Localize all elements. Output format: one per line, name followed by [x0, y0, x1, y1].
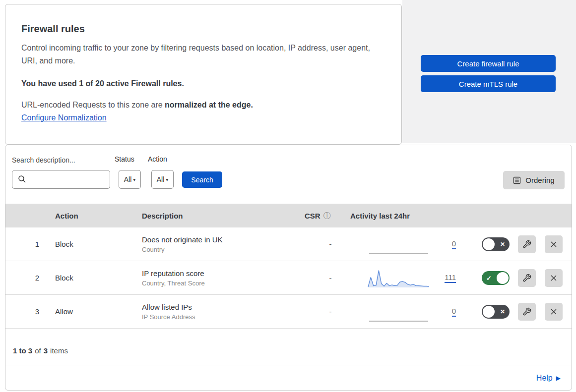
rule-description: Does not originate in UK [142, 235, 298, 244]
normalization-text: URL-encoded Requests to this zone are [21, 101, 165, 109]
activity-sparkline [368, 301, 430, 323]
rule-description-cell: IP reputation score Country, Threat Scor… [142, 269, 298, 287]
edit-rule-button[interactable] [518, 303, 536, 321]
action-filter-dropdown[interactable]: All ▾ [151, 170, 174, 189]
cross-icon: ✕ [500, 308, 505, 315]
search-input[interactable] [12, 170, 110, 189]
action-filter-label: Action [148, 155, 167, 163]
rule-activity-cell: 0 [343, 301, 467, 323]
wrench-icon [522, 274, 531, 282]
activity-count-link[interactable]: 0 [452, 307, 456, 317]
description-column-header: Description [142, 212, 298, 220]
rule-enabled-toggle[interactable]: ✓ ✕ [482, 271, 510, 285]
rules-list-card: Search description... Status Action All … [5, 145, 572, 391]
firewall-rules-page: Firewall rules Control incoming traffic … [0, 0, 576, 392]
search-description-label: Search description... [12, 156, 75, 164]
rule-action: Allow [50, 307, 142, 316]
actions-panel: Create firewall rule Create mTLS rule [402, 0, 576, 143]
table-row: 1 Block Does not originate in UK Country… [5, 227, 572, 261]
status-filter-label: Status [115, 155, 134, 163]
help-bar: Help ▶ [5, 366, 572, 390]
toggle-knob [483, 306, 495, 318]
activity-sparkline [368, 233, 430, 255]
table-row: 2 Block IP reputation score Country, Thr… [5, 261, 572, 295]
activity-count-link[interactable]: 0 [452, 239, 456, 249]
status-filter-value: All [124, 175, 132, 183]
intro-card: Firewall rules Control incoming traffic … [5, 4, 402, 145]
status-filter-dropdown[interactable]: All ▾ [119, 170, 141, 189]
help-label: Help [536, 374, 553, 383]
table-header-row: Action Description CSR ⓘ Activity last 2… [5, 204, 572, 227]
rule-criteria: Country, Threat Score [142, 280, 298, 287]
create-firewall-rule-button[interactable]: Create firewall rule [421, 55, 556, 72]
table-row: 3 Allow Allow listed IPs IP Source Addre… [5, 295, 572, 329]
rule-csr-value: - [298, 274, 343, 282]
items-total: 3 [44, 346, 48, 355]
search-button[interactable]: Search [182, 171, 222, 188]
edit-rule-button[interactable] [518, 269, 536, 287]
rule-activity-cell: 111 [343, 267, 467, 289]
items-word: items [50, 346, 68, 355]
activity-count-link[interactable]: 111 [445, 273, 456, 283]
items-of: of [35, 346, 41, 355]
activity-column-header: Activity last 24hr [343, 212, 467, 220]
rule-controls-cell: ✓ ✕ [467, 303, 572, 321]
rule-csr-value: - [298, 240, 343, 248]
rule-action: Block [50, 240, 142, 248]
normalization-bold-text: normalized at the edge. [165, 101, 253, 109]
check-icon: ✓ [486, 274, 492, 281]
create-mtls-rule-button[interactable]: Create mTLS rule [421, 75, 556, 92]
filter-bar: Search description... Status Action All … [5, 145, 572, 204]
rule-criteria: Country [142, 246, 298, 253]
chevron-down-icon: ▾ [133, 177, 135, 182]
ordering-button[interactable]: Ordering [503, 171, 565, 189]
search-field-wrap [12, 170, 110, 189]
close-icon [549, 274, 558, 282]
rule-controls-cell: ✓ ✕ [467, 235, 572, 253]
rule-enabled-toggle[interactable]: ✓ ✕ [482, 305, 510, 319]
delete-rule-button[interactable] [545, 303, 563, 321]
action-filter-value: All [157, 175, 165, 183]
action-column-header: Action [50, 212, 142, 220]
rule-controls-cell: ✓ ✕ [467, 269, 572, 287]
page-description: Control incoming traffic to your zone by… [21, 42, 379, 67]
rule-priority: 2 [5, 274, 50, 282]
edit-rule-button[interactable] [518, 235, 536, 253]
delete-rule-button[interactable] [545, 235, 563, 253]
page-title: Firewall rules [21, 23, 385, 35]
close-icon [549, 240, 558, 249]
toggle-knob [497, 272, 509, 284]
ordering-list-icon [513, 176, 521, 184]
wrench-icon [522, 307, 531, 316]
rule-enabled-toggle[interactable]: ✓ ✕ [482, 237, 510, 251]
toggle-knob [483, 238, 495, 250]
info-icon[interactable]: ⓘ [323, 211, 331, 221]
help-link[interactable]: Help ▶ [536, 374, 561, 383]
csr-column-header: CSR ⓘ [298, 211, 343, 221]
ordering-button-label: Ordering [525, 176, 554, 184]
rule-criteria: IP Source Address [142, 313, 298, 321]
delete-rule-button[interactable] [545, 269, 563, 287]
close-icon [549, 307, 558, 316]
pagination-summary: 1 to 3 of 3 items [5, 329, 572, 366]
normalization-note: URL-encoded Requests to this zone are no… [21, 101, 385, 110]
help-arrow-icon: ▶ [556, 375, 561, 382]
configure-normalization-link[interactable]: Configure Normalization [21, 113, 107, 122]
wrench-icon [522, 240, 531, 249]
rule-priority: 3 [5, 307, 50, 316]
rule-description: IP reputation score [142, 269, 298, 278]
rule-description: Allow listed IPs [142, 303, 298, 311]
rule-csr-value: - [298, 307, 343, 316]
chevron-down-icon: ▾ [166, 177, 168, 182]
rule-description-cell: Does not originate in UK Country [142, 235, 298, 253]
rule-action: Block [50, 274, 142, 282]
rule-activity-cell: 0 [343, 233, 467, 255]
rule-description-cell: Allow listed IPs IP Source Address [142, 303, 298, 321]
rule-priority: 1 [5, 240, 50, 248]
usage-summary: You have used 1 of 20 active Firewall ru… [21, 79, 385, 88]
items-range: 1 to 3 [13, 346, 32, 355]
cross-icon: ✕ [500, 241, 505, 248]
csr-header-label: CSR [305, 212, 320, 220]
activity-sparkline [368, 267, 430, 289]
